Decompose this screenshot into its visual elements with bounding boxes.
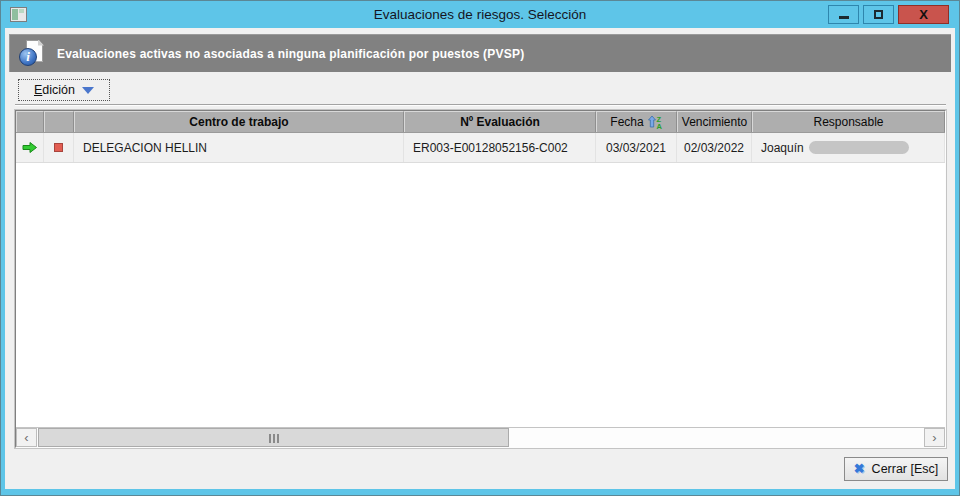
current-row-arrow-icon <box>22 141 38 154</box>
table-row[interactable]: DELEGACION HELLIN ER003-E00128052156-C00… <box>16 133 945 163</box>
footer: ✖ Cerrar [Esc] <box>5 448 955 489</box>
header-vencimiento[interactable]: Vencimiento <box>677 111 752 132</box>
app-icon <box>10 7 27 22</box>
minimize-icon <box>839 16 849 19</box>
responsable-name: Joaquín <box>761 141 804 155</box>
titlebar[interactable]: Evaluaciones de riesgos. Selección X <box>5 1 955 28</box>
cell-vencimiento: 02/03/2022 <box>677 133 752 162</box>
toolbar: Edición <box>18 79 955 101</box>
scrollbar-track[interactable] <box>37 428 924 447</box>
app-icon-pane <box>12 9 18 20</box>
header-status[interactable] <box>44 111 74 132</box>
cell-fecha: 03/03/2021 <box>596 133 677 162</box>
redacted-text <box>809 141 909 154</box>
chevron-down-icon <box>82 87 94 94</box>
header-num-evaluacion[interactable]: Nº Evaluación <box>404 111 596 132</box>
row-indicator-cell <box>16 133 44 162</box>
scroll-right-button[interactable]: › <box>924 428 945 447</box>
cell-centro-de-trabajo: DELEGACION HELLIN <box>74 133 404 162</box>
info-i-glyph: i <box>26 49 30 65</box>
window-inner: Evaluaciones de riesgos. Selección X <box>1 1 959 495</box>
header-row-indicator[interactable] <box>16 111 44 132</box>
info-document-icon: i <box>19 40 49 68</box>
evaluations-grid: Centro de trabajo Nº Evaluación Fecha Z … <box>15 110 946 448</box>
scrollbar-grip-icon <box>268 429 280 447</box>
banner-text: Evaluaciones activas no asociadas a ning… <box>57 47 524 61</box>
cerrar-label: Cerrar [Esc] <box>872 462 939 476</box>
info-circle-icon: i <box>19 48 37 66</box>
cerrar-button[interactable]: ✖ Cerrar [Esc] <box>844 457 948 481</box>
edicion-label: Edición <box>34 83 75 97</box>
header-fecha[interactable]: Fecha Z A <box>596 111 677 132</box>
blue-x-icon: ✖ <box>854 461 865 476</box>
dialog-window: Evaluaciones de riesgos. Selección X <box>0 0 960 496</box>
edicion-menu-button[interactable]: Edición <box>18 79 110 101</box>
window-controls: X <box>828 1 955 28</box>
window-title: Evaluaciones de riesgos. Selección <box>5 7 955 22</box>
red-square-status-icon <box>54 143 63 152</box>
maximize-icon <box>874 10 883 19</box>
header-centro-de-trabajo[interactable]: Centro de trabajo <box>74 111 404 132</box>
cell-num-evaluacion: ER003-E00128052156-C002 <box>404 133 596 162</box>
app-icon-pane <box>19 9 24 13</box>
cell-responsable: Joaquín <box>752 133 945 162</box>
document-fold <box>38 40 44 46</box>
grid-empty-area <box>16 163 945 427</box>
toolbar-separator <box>15 104 946 106</box>
scrollbar-thumb[interactable] <box>38 428 509 447</box>
scroll-left-button[interactable]: ‹ <box>16 428 37 447</box>
svg-text:A: A <box>656 122 662 129</box>
header-responsable[interactable]: Responsable <box>752 111 945 132</box>
close-button[interactable]: X <box>898 5 949 24</box>
info-banner: i Evaluaciones activas no asociadas a ni… <box>9 34 951 72</box>
maximize-button[interactable] <box>863 5 894 24</box>
sort-order-icon: Z A <box>648 115 663 129</box>
minimize-button[interactable] <box>828 5 859 24</box>
close-x-icon: X <box>919 7 928 22</box>
header-fecha-label: Fecha <box>610 115 643 129</box>
horizontal-scrollbar[interactable]: ‹ › <box>16 427 945 447</box>
client-area: i Evaluaciones activas no asociadas a ni… <box>5 28 955 489</box>
grid-header: Centro de trabajo Nº Evaluación Fecha Z … <box>16 111 945 133</box>
row-status-cell <box>44 133 74 162</box>
